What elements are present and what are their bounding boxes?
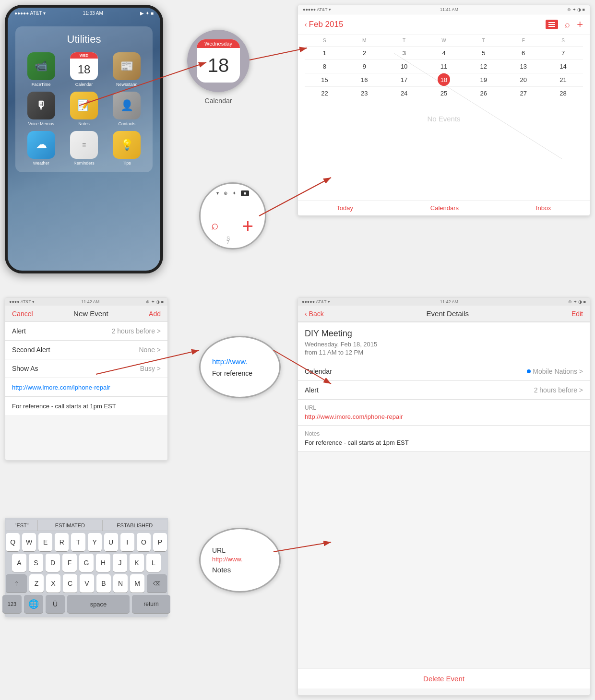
key-p[interactable]: P bbox=[153, 533, 167, 551]
cal-day[interactable]: 25 bbox=[424, 87, 464, 100]
event-time: from 11 AM to 12 PM bbox=[305, 349, 583, 356]
key-m[interactable]: M bbox=[130, 574, 144, 593]
key-o[interactable]: O bbox=[137, 533, 151, 551]
new-event-nav: Cancel New Event Add bbox=[5, 306, 167, 322]
magnify-top-icons: ▾ ⊕ ✦ ■ bbox=[201, 190, 265, 196]
cal-today[interactable]: 18 bbox=[424, 73, 464, 86]
cal-day[interactable]: 28 bbox=[543, 87, 583, 100]
cal-week-4: 22 23 24 25 26 27 28 bbox=[305, 87, 583, 100]
cal-day[interactable]: 12 bbox=[464, 60, 503, 73]
carrier-label: ●●●●● AT&T ▾ bbox=[14, 11, 46, 16]
key-x[interactable]: X bbox=[46, 574, 60, 593]
cal-day[interactable]: 20 bbox=[503, 73, 543, 86]
cal-day[interactable]: 9 bbox=[345, 60, 384, 73]
ed-url-value[interactable]: http://www.imore.com/iphone-repair bbox=[305, 413, 583, 420]
ne-notes-value[interactable]: For reference - call starts at 1pm EST bbox=[12, 403, 116, 410]
svg-rect-1 bbox=[548, 24, 555, 25]
cal-day[interactable]: 5 bbox=[464, 47, 503, 59]
app-reminders[interactable]: ≡ Reminders bbox=[65, 131, 103, 166]
key-q[interactable]: Q bbox=[6, 533, 20, 551]
key-k[interactable]: K bbox=[130, 554, 144, 572]
cal-day[interactable]: 6 bbox=[503, 47, 543, 59]
key-n[interactable]: N bbox=[113, 574, 128, 593]
inbox-button[interactable]: Inbox bbox=[536, 204, 551, 212]
app-contacts[interactable]: 👤 Contacts bbox=[108, 92, 146, 126]
cal-back-button[interactable]: ‹ Feb 2015 bbox=[305, 20, 343, 29]
cal-day[interactable]: 8 bbox=[305, 60, 345, 73]
key-s[interactable]: S bbox=[29, 554, 43, 572]
ne-add-button[interactable]: Add bbox=[149, 310, 161, 318]
cal-day[interactable]: 27 bbox=[503, 87, 543, 100]
key-delete[interactable]: ⌫ bbox=[147, 574, 167, 593]
ed-edit-button[interactable]: Edit bbox=[571, 310, 583, 318]
key-z[interactable]: Z bbox=[29, 574, 44, 593]
ne-second-alert-row[interactable]: Second Alert None > bbox=[5, 341, 167, 359]
app-newsstand[interactable]: 📰 Newsstand bbox=[108, 52, 146, 87]
key-g[interactable]: G bbox=[79, 554, 94, 572]
cal-day[interactable]: 24 bbox=[384, 87, 424, 100]
key-l[interactable]: L bbox=[146, 554, 161, 572]
key-globe[interactable]: 🌐 bbox=[24, 595, 43, 613]
cal-day[interactable]: 22 bbox=[305, 87, 345, 100]
ed-alert-row[interactable]: Alert 2 hours before > bbox=[298, 381, 590, 400]
cal-day[interactable]: 10 bbox=[384, 60, 424, 73]
key-j[interactable]: J bbox=[113, 554, 127, 572]
key-t[interactable]: T bbox=[71, 533, 85, 551]
ne-show-as-row[interactable]: Show As Busy > bbox=[5, 359, 167, 378]
key-space[interactable]: space bbox=[67, 595, 130, 613]
cal-day[interactable]: 14 bbox=[543, 60, 583, 73]
app-voicememos[interactable]: 🎙 Voice Memos bbox=[22, 92, 60, 126]
key-d[interactable]: D bbox=[46, 554, 60, 572]
key-i[interactable]: I bbox=[120, 533, 134, 551]
key-return[interactable]: return bbox=[132, 595, 170, 613]
autocomplete-est[interactable]: "EST" bbox=[6, 520, 38, 531]
key-u[interactable]: U bbox=[104, 533, 118, 551]
key-c[interactable]: C bbox=[63, 574, 77, 593]
app-tips[interactable]: 💡 Tips bbox=[108, 131, 146, 166]
cal-day[interactable]: 21 bbox=[543, 73, 583, 86]
key-f[interactable]: F bbox=[62, 554, 77, 572]
cal-day[interactable]: 7 bbox=[543, 47, 583, 59]
app-facetime[interactable]: 📹 FaceTime bbox=[22, 52, 60, 87]
ne-alert-row[interactable]: Alert 2 hours before > bbox=[5, 322, 167, 341]
key-a[interactable]: A bbox=[12, 554, 26, 572]
key-y[interactable]: Y bbox=[88, 533, 102, 551]
magnify-plus-icon[interactable]: + bbox=[242, 216, 253, 236]
cal-day[interactable]: 1 bbox=[305, 47, 345, 59]
cal-day[interactable]: 15 bbox=[305, 73, 345, 86]
cal-day[interactable]: 26 bbox=[464, 87, 503, 100]
cal-day[interactable]: 4 bbox=[424, 47, 464, 59]
cal-day[interactable]: 11 bbox=[424, 60, 464, 73]
key-numbers[interactable]: 123 bbox=[2, 595, 22, 613]
key-shift[interactable]: ⇧ bbox=[6, 574, 27, 593]
cal-day[interactable]: 23 bbox=[345, 87, 384, 100]
app-weather[interactable]: ☁ Weather bbox=[22, 131, 60, 166]
autocomplete-established[interactable]: ESTABLISHED bbox=[103, 520, 167, 531]
cal-day[interactable]: 13 bbox=[503, 60, 543, 73]
app-notes[interactable]: 📝 Notes bbox=[65, 92, 103, 126]
cal-day[interactable]: 16 bbox=[345, 73, 384, 86]
cal-search-button[interactable]: ⌕ bbox=[565, 20, 570, 30]
ed-calendar-row[interactable]: Calendar Mobile Nations > bbox=[298, 362, 590, 381]
cal-day[interactable]: 3 bbox=[384, 47, 424, 59]
ne-url-value[interactable]: http://www.imore.com/iphone-repair bbox=[12, 384, 110, 391]
key-mic[interactable]: Ū bbox=[46, 595, 65, 613]
key-w[interactable]: W bbox=[22, 533, 36, 551]
delete-event-button[interactable]: Delete Event bbox=[298, 668, 590, 688]
app-calendar[interactable]: WED 18 Calendar bbox=[65, 52, 103, 87]
ed-back-button[interactable]: ‹ Back bbox=[305, 310, 324, 318]
key-r[interactable]: R bbox=[55, 533, 69, 551]
key-e[interactable]: E bbox=[38, 533, 52, 551]
autocomplete-estimated[interactable]: ESTIMATED bbox=[38, 520, 102, 531]
key-b[interactable]: B bbox=[96, 574, 111, 593]
cal-day[interactable]: 19 bbox=[464, 73, 503, 86]
ne-cancel-button[interactable]: Cancel bbox=[12, 310, 33, 318]
cal-add-button[interactable]: + bbox=[577, 18, 583, 31]
key-v[interactable]: V bbox=[80, 574, 94, 593]
ne-show-as-label: Show As bbox=[12, 365, 38, 372]
key-h[interactable]: H bbox=[96, 554, 110, 572]
today-button[interactable]: Today bbox=[336, 204, 353, 212]
cal-day[interactable]: 17 bbox=[384, 73, 424, 86]
cal-day[interactable]: 2 bbox=[345, 47, 384, 59]
calendars-button[interactable]: Calendars bbox=[430, 204, 459, 212]
